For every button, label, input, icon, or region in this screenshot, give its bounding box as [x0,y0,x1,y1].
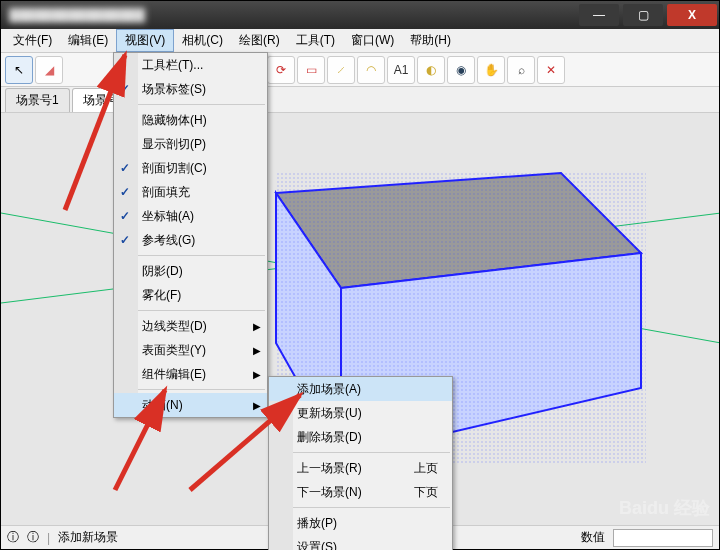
menu-item[interactable]: 工具栏(T)... [114,53,267,77]
eraser-icon[interactable]: ◢ [35,56,63,84]
submenu-item[interactable]: 设置(S) [269,535,452,550]
watermark: Baidu 经验 [619,496,710,520]
value-input[interactable] [613,529,713,547]
menu-item[interactable]: 表面类型(Y)▶ [114,338,267,362]
submenu-item[interactable]: 下一场景(N)下页 [269,480,452,504]
menu-item[interactable]: 边线类型(D)▶ [114,314,267,338]
paint-icon[interactable]: ◐ [417,56,445,84]
scene-tab[interactable]: 场景号1 [5,88,70,112]
menu-视图(V)[interactable]: 视图(V) [116,29,174,52]
orbit-icon[interactable]: ◉ [447,56,475,84]
menu-相机(C)[interactable]: 相机(C) [174,30,231,51]
submenu-item[interactable]: 添加场景(A) [269,377,452,401]
submenu-item[interactable]: 删除场景(D) [269,425,452,449]
minimize-button[interactable]: — [579,4,619,26]
menu-文件(F)[interactable]: 文件(F) [5,30,60,51]
info-icon[interactable]: ⓘ [7,529,19,546]
menu-工具(T)[interactable]: 工具(T) [288,30,343,51]
maximize-button[interactable]: ▢ [623,4,663,26]
menu-item[interactable]: ✓坐标轴(A) [114,204,267,228]
rotate-icon[interactable]: ⟳ [267,56,295,84]
zoom-icon[interactable]: ⌕ [507,56,535,84]
close-button[interactable]: X [667,4,717,26]
menu-绘图(R)[interactable]: 绘图(R) [231,30,288,51]
zoom-ext-icon[interactable]: ✕ [537,56,565,84]
menu-item[interactable]: 显示剖切(P) [114,132,267,156]
menu-item[interactable]: ✓参考线(G) [114,228,267,252]
submenu-item[interactable]: 播放(P) [269,511,452,535]
window-title: ████████████████ [9,8,145,22]
menu-item[interactable]: 组件编辑(E)▶ [114,362,267,386]
scene-tabs: 场景号1场景号2 [1,87,719,113]
menu-item[interactable]: 动画(N)▶ [114,393,267,417]
info-icon[interactable]: ⓘ [27,529,39,546]
label-icon[interactable]: A1 [387,56,415,84]
select-icon[interactable]: ↖ [5,56,33,84]
menu-帮助(H)[interactable]: 帮助(H) [402,30,459,51]
menu-编辑(E)[interactable]: 编辑(E) [60,30,116,51]
menubar: 文件(F)编辑(E)视图(V)相机(C)绘图(R)工具(T)窗口(W)帮助(H) [1,29,719,53]
hand-icon[interactable]: ✋ [477,56,505,84]
menu-item[interactable]: ✓场景标签(S) [114,77,267,101]
toolbar: ↖◢◆↗✥⟳▭⟋◠A1◐◉✋⌕✕ [1,53,719,87]
status-text: 添加新场景 [58,529,118,546]
menu-item[interactable]: 雾化(F) [114,283,267,307]
view-menu-dropdown: 工具栏(T)...✓场景标签(S)隐藏物体(H)显示剖切(P)✓剖面切割(C)✓… [113,52,268,418]
window-buttons: — ▢ X [577,1,719,29]
animation-submenu: 添加场景(A)更新场景(U)删除场景(D)上一场景(R)上页下一场景(N)下页播… [268,376,453,550]
titlebar[interactable]: ████████████████ — ▢ X [1,1,719,29]
menu-窗口(W)[interactable]: 窗口(W) [343,30,402,51]
submenu-item[interactable]: 更新场景(U) [269,401,452,425]
submenu-item[interactable]: 上一场景(R)上页 [269,456,452,480]
menu-item[interactable]: ✓剖面填充 [114,180,267,204]
measure-icon[interactable]: ◠ [357,56,385,84]
value-label: 数值 [581,529,605,546]
menu-item[interactable]: 阴影(D) [114,259,267,283]
menu-item[interactable]: ✓剖面切割(C) [114,156,267,180]
menu-item[interactable]: 隐藏物体(H) [114,108,267,132]
scale-icon[interactable]: ▭ [297,56,325,84]
tape-icon[interactable]: ⟋ [327,56,355,84]
